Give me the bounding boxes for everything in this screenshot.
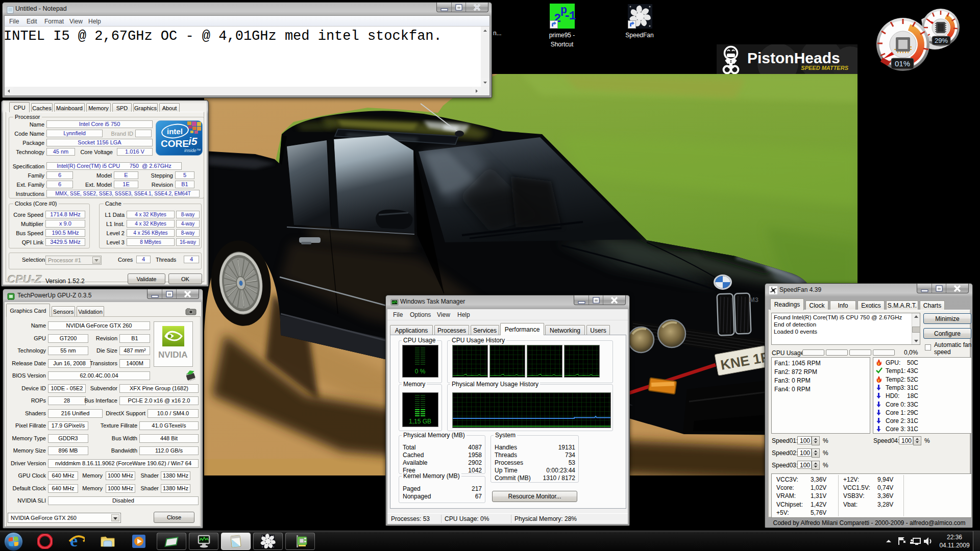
svg-text:PistonHeads: PistonHeads <box>747 49 840 66</box>
svg-text:1,15 GB: 1,15 GB <box>409 418 431 425</box>
svg-text:inside™: inside™ <box>184 148 201 153</box>
svg-text:29%: 29% <box>935 37 948 44</box>
svg-text:0 %: 0 % <box>415 368 426 375</box>
svg-text:NVIDIA: NVIDIA <box>158 350 188 360</box>
svg-text:CORE: CORE <box>161 138 189 149</box>
svg-text:SPEED MATTERS: SPEED MATTERS <box>801 65 848 71</box>
svg-text:01%: 01% <box>895 59 910 68</box>
svg-text:i5: i5 <box>188 135 198 147</box>
svg-text:e: e <box>70 533 78 550</box>
svg-text:M3: M3 <box>749 296 758 304</box>
svg-text:intel: intel <box>167 127 183 136</box>
